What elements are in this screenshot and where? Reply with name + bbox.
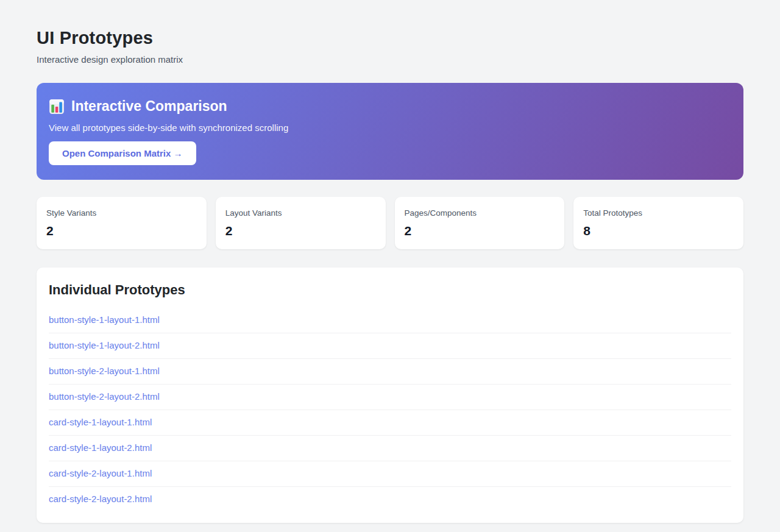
stat-card: Total Prototypes8 bbox=[573, 197, 743, 249]
stat-label: Layout Variants bbox=[225, 208, 376, 218]
link-row: card-style-1-layout-1.html bbox=[49, 410, 731, 436]
prototype-link[interactable]: button-style-2-layout-2.html bbox=[49, 391, 160, 402]
page-subtitle: Interactive design exploration matrix bbox=[37, 54, 743, 65]
banner-heading: Interactive Comparison bbox=[49, 98, 729, 115]
stat-label: Total Prototypes bbox=[583, 208, 734, 218]
link-row: button-style-1-layout-2.html bbox=[49, 333, 731, 359]
individual-prototypes-card: Individual Prototypes button-style-1-lay… bbox=[37, 268, 743, 523]
link-row: button-style-2-layout-1.html bbox=[49, 359, 731, 385]
stat-card: Style Variants2 bbox=[37, 197, 207, 249]
stat-value: 2 bbox=[46, 224, 197, 238]
link-row: card-style-2-layout-2.html bbox=[49, 487, 731, 512]
page-title: UI Prototypes bbox=[37, 28, 743, 48]
prototype-link[interactable]: card-style-1-layout-2.html bbox=[49, 442, 152, 453]
stats-row: Style Variants2Layout Variants2Pages/Com… bbox=[37, 197, 743, 249]
link-row: button-style-1-layout-1.html bbox=[49, 308, 731, 333]
prototype-link[interactable]: card-style-1-layout-1.html bbox=[49, 417, 152, 427]
prototype-link[interactable]: card-style-2-layout-2.html bbox=[49, 494, 152, 504]
stat-card: Layout Variants2 bbox=[216, 197, 386, 249]
prototype-link[interactable]: card-style-2-layout-1.html bbox=[49, 468, 152, 478]
bar-chart-icon bbox=[49, 99, 65, 115]
stat-label: Style Variants bbox=[46, 208, 197, 218]
interactive-comparison-banner: Interactive Comparison View all prototyp… bbox=[37, 83, 743, 180]
stat-value: 8 bbox=[583, 224, 734, 238]
prototype-link-list: button-style-1-layout-1.htmlbutton-style… bbox=[49, 308, 731, 512]
link-row: card-style-2-layout-1.html bbox=[49, 461, 731, 487]
banner-description: View all prototypes side-by-side with sy… bbox=[49, 122, 729, 133]
stat-card: Pages/Components2 bbox=[395, 197, 565, 249]
open-comparison-matrix-button[interactable]: Open Comparison Matrix → bbox=[49, 141, 196, 165]
prototype-link[interactable]: button-style-1-layout-2.html bbox=[49, 340, 160, 350]
prototype-link[interactable]: button-style-2-layout-1.html bbox=[49, 366, 160, 376]
link-row: button-style-2-layout-2.html bbox=[49, 385, 731, 410]
stat-value: 2 bbox=[405, 224, 555, 238]
stat-value: 2 bbox=[225, 224, 376, 238]
page: UI Prototypes Interactive design explora… bbox=[0, 0, 780, 532]
prototype-link[interactable]: button-style-1-layout-1.html bbox=[49, 314, 160, 325]
stat-label: Pages/Components bbox=[405, 208, 555, 218]
link-row: card-style-1-layout-2.html bbox=[49, 436, 731, 461]
banner-title: Interactive Comparison bbox=[71, 98, 227, 115]
individual-prototypes-heading: Individual Prototypes bbox=[49, 282, 731, 298]
